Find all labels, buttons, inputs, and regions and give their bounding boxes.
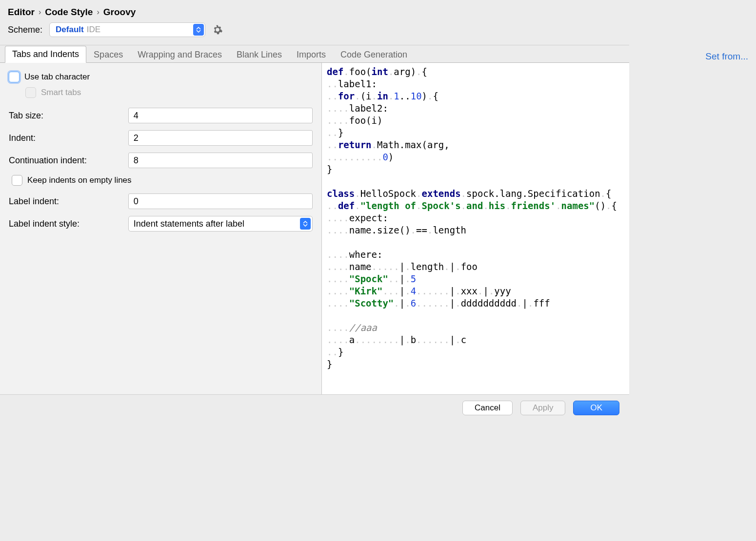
tab-imports[interactable]: Imports	[289, 46, 333, 63]
tab-blank-lines[interactable]: Blank Lines	[229, 46, 289, 63]
label-indent-label: Label indent:	[9, 196, 128, 207]
keep-indents-label: Keep indents on empty lines	[27, 175, 132, 185]
tab-wrapping-and-braces[interactable]: Wrapping and Braces	[130, 46, 229, 63]
label-indent-style-label: Label indent style:	[9, 219, 128, 229]
breadcrumb: Editor › Code Style › Groovy	[0, 0, 629, 22]
keep-indents-checkbox[interactable]	[12, 175, 22, 186]
scheme-name: Default	[56, 25, 84, 35]
tab-code-generation[interactable]: Code Generation	[333, 46, 415, 63]
updown-icon	[300, 218, 311, 230]
scheme-label: Scheme:	[8, 25, 42, 35]
chevron-right-icon: ›	[97, 8, 99, 17]
ok-button[interactable]: OK	[573, 401, 619, 415]
label-indent-style-value: Indent statements after label	[134, 219, 244, 229]
updown-icon	[193, 24, 204, 36]
gear-icon[interactable]	[212, 24, 223, 35]
breadcrumb-editor[interactable]: Editor	[8, 7, 35, 18]
breadcrumb-groovy: Groovy	[103, 7, 136, 18]
indent-input[interactable]	[128, 130, 313, 146]
use-tab-character-checkbox[interactable]	[9, 72, 20, 82]
label-indent-input[interactable]	[128, 193, 313, 209]
tab-size-label: Tab size:	[9, 111, 128, 121]
tab-tabs-and-indents[interactable]: Tabs and Indents	[5, 46, 86, 63]
scheme-select[interactable]: Default IDE	[49, 22, 205, 37]
indent-label: Indent:	[9, 133, 128, 143]
chevron-right-icon: ›	[39, 8, 41, 17]
settings-panel: Use tab character Smart tabs Tab size: I…	[0, 63, 322, 394]
continuation-indent-label: Continuation indent:	[9, 155, 128, 166]
footer: Cancel Apply OK	[0, 394, 629, 421]
code-preview: def.foo(int.arg).{ ..label1: ..for.(i.in…	[322, 63, 629, 394]
use-tab-character-label: Use tab character	[24, 72, 90, 82]
continuation-indent-input[interactable]	[128, 153, 313, 168]
label-indent-style-select[interactable]: Indent statements after label	[128, 216, 313, 232]
tab-size-input[interactable]	[128, 108, 313, 123]
smart-tabs-label: Smart tabs	[41, 88, 81, 97]
smart-tabs-checkbox	[25, 87, 36, 98]
breadcrumb-code-style[interactable]: Code Style	[45, 7, 93, 18]
cancel-button[interactable]: Cancel	[462, 401, 513, 415]
tab-spaces[interactable]: Spaces	[86, 46, 130, 63]
tabstrip: Tabs and Indents Spaces Wrapping and Bra…	[0, 45, 629, 63]
scheme-scope: IDE	[87, 25, 100, 35]
apply-button[interactable]: Apply	[520, 401, 566, 415]
